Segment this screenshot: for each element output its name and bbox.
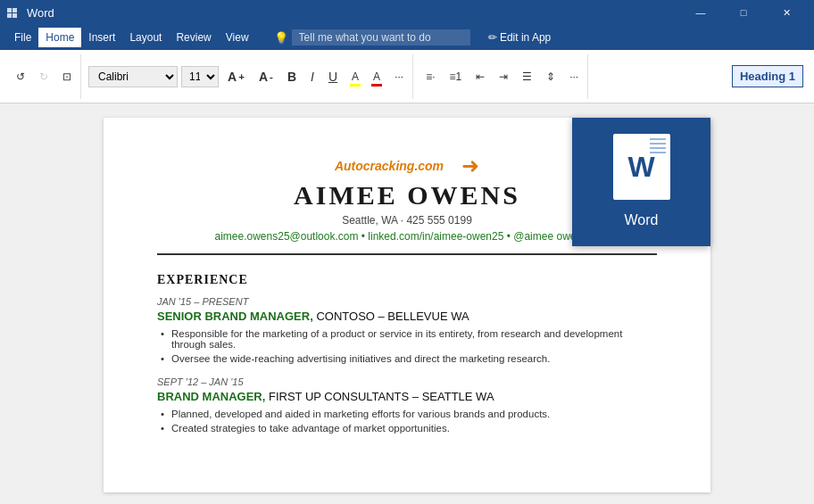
job-bullets-1: Responsible for the marketing of a produ… (157, 328, 657, 364)
close-button[interactable]: ✕ (766, 0, 807, 25)
job-bullets-2: Planned, developed and aided in marketin… (157, 409, 657, 434)
menu-review[interactable]: Review (169, 28, 218, 47)
line-spacing-button[interactable]: ⇕ (541, 63, 561, 90)
menu-insert[interactable]: Insert (81, 28, 122, 47)
job-title-2: BRAND MANAGER, FIRST UP CONSULTANTS – SE… (157, 390, 657, 403)
menu-home[interactable]: Home (38, 28, 81, 47)
number-list-button[interactable]: ≡1 (444, 63, 467, 90)
word-overlay-label: Word (625, 212, 659, 228)
highlight-button[interactable]: A (346, 63, 364, 90)
word-logo-w: W (627, 151, 654, 184)
font-size-selector[interactable]: 11 (181, 66, 219, 87)
redo-button[interactable]: ↻ (34, 63, 54, 90)
menu-view[interactable]: View (219, 28, 256, 47)
arrow-icon: ➜ (461, 153, 479, 178)
undo-button[interactable]: ↺ (11, 63, 30, 90)
app-grid-icon[interactable] (7, 8, 20, 18)
ribbon-font-group: Calibri 11 A+ A- B I U A A ··· (85, 54, 413, 99)
job-entry-2: SEPT '12 – JAN '15 BRAND MANAGER, FIRST … (157, 376, 657, 434)
document-area: Autocracking.com ➜ AIMEE OWENS Seattle, … (0, 103, 814, 504)
job-title-rest-1: CONTOSO – BELLEVUE WA (316, 310, 469, 323)
job-title-1: SENIOR BRAND MANAGER, CONTOSO – BELLEVUE… (157, 310, 657, 323)
bullet-item: Created strategies to take advantage of … (171, 423, 657, 434)
ribbon: ↺ ↻ ⊡ Calibri 11 A+ A- B I U A A ··· ≡· … (0, 50, 814, 103)
bullet-item: Responsible for the marketing of a produ… (171, 328, 657, 350)
menu-layout[interactable]: Layout (122, 28, 169, 47)
bullet-list-button[interactable]: ≡· (420, 63, 440, 90)
bold-button[interactable]: B (282, 63, 302, 90)
app-title: Word (27, 6, 54, 20)
font-increase-button[interactable]: A+ (222, 63, 250, 90)
edit-in-app-link[interactable]: ✏ Edit in App (488, 31, 552, 44)
job-title-bold-2: BRAND MANAGER, (157, 390, 265, 403)
job-date-1: JAN '15 – PRESENT (157, 296, 657, 307)
job-title-rest-2: FIRST UP CONSULTANTS – SEATTLE WA (269, 390, 494, 403)
maximize-button[interactable]: □ (723, 0, 764, 25)
lightbulb-icon: 💡 (274, 31, 288, 45)
minimize-button[interactable]: — (680, 0, 721, 25)
job-date-2: SEPT '12 – JAN '15 (157, 376, 657, 387)
format-painter-button[interactable]: ⊡ (57, 63, 77, 90)
tell-me-section: 💡 (274, 29, 470, 45)
job-title-bold-1: SENIOR BRAND MANAGER, (157, 310, 313, 323)
window-controls[interactable]: — □ ✕ (680, 0, 807, 25)
document-page: Autocracking.com ➜ AIMEE OWENS Seattle, … (104, 118, 710, 492)
font-family-selector[interactable]: Calibri (88, 66, 178, 87)
word-logo: W (610, 136, 673, 198)
bullet-item: Oversee the wide-reaching advertising in… (171, 353, 657, 364)
increase-indent-button[interactable]: ⇥ (494, 63, 513, 90)
font-decrease-button[interactable]: A- (253, 63, 278, 90)
watermark-text: Autocracking.com (335, 159, 444, 173)
underline-button[interactable]: U (323, 63, 343, 90)
menu-bar: File Home Insert Layout Review View 💡 ✏ … (0, 25, 814, 50)
menu-file[interactable]: File (7, 28, 38, 47)
font-color-button[interactable]: A (368, 63, 386, 90)
font-more-button[interactable]: ··· (389, 63, 409, 90)
title-bar: Word — □ ✕ (0, 0, 814, 25)
experience-section: EXPERIENCE JAN '15 – PRESENT SENIOR BRAN… (157, 273, 657, 434)
paragraph-more-button[interactable]: ··· (564, 63, 584, 90)
job-entry-1: JAN '15 – PRESENT SENIOR BRAND MANAGER, … (157, 296, 657, 364)
bullet-item: Planned, developed and aided in marketin… (171, 409, 657, 419)
tell-me-input[interactable] (292, 29, 470, 45)
heading-style-indicator[interactable]: Heading 1 (732, 65, 803, 87)
italic-button[interactable]: I (305, 63, 320, 90)
ribbon-undo-group: ↺ ↻ ⊡ (7, 54, 81, 99)
word-app-overlay: W Word (572, 118, 710, 246)
align-button[interactable]: ☰ (517, 63, 537, 90)
section-title-experience: EXPERIENCE (157, 273, 657, 287)
ribbon-paragraph-group: ≡· ≡1 ⇤ ⇥ ☰ ⇕ ··· (417, 54, 588, 99)
decrease-indent-button[interactable]: ⇤ (470, 63, 490, 90)
ribbon-styles-group: Heading 1 (728, 54, 807, 99)
